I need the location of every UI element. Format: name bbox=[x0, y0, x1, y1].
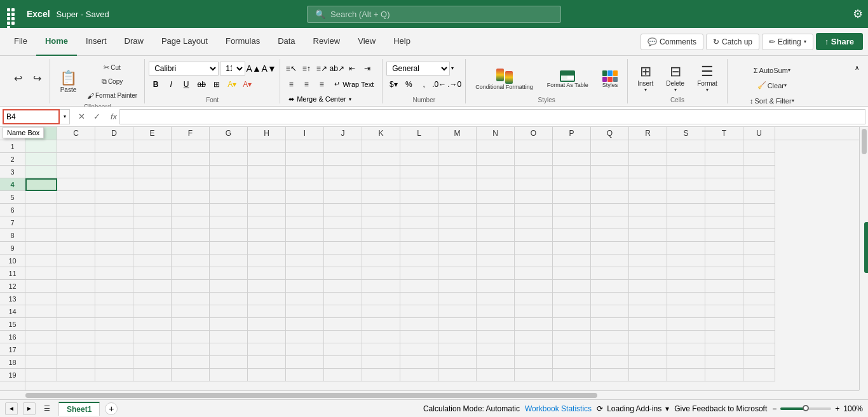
cell-m2[interactable] bbox=[438, 153, 477, 166]
indent-increase-button[interactable]: ⇥ bbox=[360, 62, 374, 76]
increase-font-button[interactable]: A▲ bbox=[247, 62, 261, 76]
tab-draw[interactable]: Draw bbox=[116, 28, 153, 56]
cell-c3[interactable] bbox=[57, 166, 95, 178]
row-num-15[interactable]: 15 bbox=[0, 318, 25, 331]
col-header-p[interactable]: P bbox=[553, 127, 591, 140]
increase-decimal-button[interactable]: .→0 bbox=[447, 77, 461, 91]
cell-d4[interactable] bbox=[95, 178, 133, 191]
cell-j4[interactable] bbox=[324, 178, 362, 191]
redo-button[interactable]: ↪ bbox=[28, 70, 46, 87]
tab-formulas[interactable]: Formulas bbox=[217, 28, 269, 56]
cell-b1[interactable] bbox=[25, 140, 57, 153]
cell-n2[interactable] bbox=[477, 153, 515, 166]
strikethrough-button[interactable]: ab bbox=[194, 77, 208, 91]
sheet-list-button[interactable]: ☰ bbox=[41, 402, 53, 415]
cell-u3[interactable] bbox=[743, 166, 775, 178]
cell-m3[interactable] bbox=[438, 166, 477, 178]
sort-filter-button[interactable]: ↕ Sort & Filter ▾ bbox=[742, 95, 802, 107]
col-header-u[interactable]: U bbox=[743, 127, 775, 140]
add-sheet-button[interactable]: + bbox=[105, 402, 118, 415]
col-header-f[interactable]: F bbox=[172, 127, 210, 140]
indent-decrease-button[interactable]: ⇤ bbox=[345, 62, 359, 76]
cell-n4[interactable] bbox=[477, 178, 515, 191]
cell-f1[interactable] bbox=[172, 140, 210, 153]
formula-input[interactable] bbox=[119, 109, 865, 124]
catchup-button[interactable]: ↻ Catch up bbox=[706, 34, 759, 50]
cell-h4[interactable] bbox=[248, 178, 286, 191]
confirm-formula-button[interactable]: ✓ bbox=[90, 110, 103, 123]
align-center-button[interactable]: ≡ bbox=[299, 77, 313, 91]
merge-center-button[interactable]: ⬌ Merge & Center ▾ bbox=[284, 93, 378, 105]
row-num-7[interactable]: 7 bbox=[0, 216, 25, 229]
search-input[interactable] bbox=[330, 10, 553, 19]
delete-button[interactable]: ⊟ Delete ▾ bbox=[660, 62, 690, 95]
col-header-j[interactable]: J bbox=[324, 127, 362, 140]
cell-o3[interactable] bbox=[515, 166, 553, 178]
col-header-n[interactable]: N bbox=[477, 127, 515, 140]
cell-t3[interactable] bbox=[705, 166, 743, 178]
number-format-dropdown[interactable]: ▾ bbox=[451, 65, 454, 71]
cell-t1[interactable] bbox=[705, 140, 743, 153]
cell-o4[interactable] bbox=[515, 178, 553, 191]
row-num-1[interactable]: 1 bbox=[0, 140, 25, 153]
orientation-button[interactable]: ab↗ bbox=[330, 62, 344, 76]
col-header-m[interactable]: M bbox=[438, 127, 477, 140]
align-left-button[interactable]: ≡ bbox=[284, 77, 298, 91]
tab-home[interactable]: Home bbox=[36, 28, 77, 56]
cell-e2[interactable] bbox=[133, 153, 172, 166]
currency-button[interactable]: $▾ bbox=[386, 77, 400, 91]
col-header-l[interactable]: L bbox=[400, 127, 438, 140]
cell-q1[interactable] bbox=[591, 140, 629, 153]
row-num-10[interactable]: 10 bbox=[0, 255, 25, 267]
comments-button[interactable]: 💬 Comments bbox=[641, 34, 703, 50]
cell-p3[interactable] bbox=[553, 166, 591, 178]
cell-j2[interactable] bbox=[324, 153, 362, 166]
row-num-13[interactable]: 13 bbox=[0, 293, 25, 305]
h-scroll-thumb[interactable] bbox=[25, 393, 597, 398]
number-format-select[interactable]: General bbox=[386, 62, 450, 76]
tab-help[interactable]: Help bbox=[384, 28, 419, 56]
row-num-6[interactable]: 6 bbox=[0, 204, 25, 216]
cell-p1[interactable] bbox=[553, 140, 591, 153]
cell-q3[interactable] bbox=[591, 166, 629, 178]
row-num-4[interactable]: 4 bbox=[0, 178, 25, 191]
cell-l4[interactable] bbox=[400, 178, 438, 191]
row-num-3[interactable]: 3 bbox=[0, 166, 25, 178]
cell-i3[interactable] bbox=[286, 166, 324, 178]
cell-r1[interactable] bbox=[629, 140, 667, 153]
row-num-9[interactable]: 9 bbox=[0, 242, 25, 255]
name-box-input[interactable] bbox=[3, 109, 60, 124]
cancel-formula-button[interactable]: ✕ bbox=[75, 110, 88, 123]
cell-n1[interactable] bbox=[477, 140, 515, 153]
cell-g1[interactable] bbox=[210, 140, 248, 153]
col-header-d[interactable]: D bbox=[95, 127, 133, 140]
cell-d2[interactable] bbox=[95, 153, 133, 166]
align-top-center-button[interactable]: ≡↑ bbox=[299, 62, 313, 76]
cell-r2[interactable] bbox=[629, 153, 667, 166]
percent-button[interactable]: % bbox=[402, 77, 416, 91]
zoom-thumb[interactable] bbox=[803, 405, 809, 411]
cell-p4[interactable] bbox=[553, 178, 591, 191]
format-as-table-button[interactable]: Format As Table bbox=[541, 65, 594, 93]
cell-b3[interactable] bbox=[25, 166, 57, 178]
row-num-17[interactable]: 17 bbox=[0, 343, 25, 356]
cell-g3[interactable] bbox=[210, 166, 248, 178]
search-bar[interactable]: 🔍 bbox=[307, 6, 561, 23]
cell-f3[interactable] bbox=[172, 166, 210, 178]
share-button[interactable]: ↑ Share bbox=[816, 33, 863, 50]
loading-dropdown-arrow[interactable]: ▾ bbox=[665, 404, 669, 413]
sheet-nav-prev-button[interactable]: ◄ bbox=[5, 402, 18, 415]
insert-button[interactable]: ⊞ Insert ▾ bbox=[632, 62, 659, 95]
decrease-decimal-button[interactable]: .0← bbox=[432, 77, 446, 91]
cell-e3[interactable] bbox=[133, 166, 172, 178]
col-header-r[interactable]: R bbox=[629, 127, 667, 140]
cell-r4[interactable] bbox=[629, 178, 667, 191]
col-header-q[interactable]: Q bbox=[591, 127, 629, 140]
cell-j1[interactable] bbox=[324, 140, 362, 153]
collapse-ribbon-button[interactable]: ∧ bbox=[850, 61, 863, 74]
col-header-t[interactable]: T bbox=[705, 127, 743, 140]
zoom-out-button[interactable]: − bbox=[772, 404, 776, 413]
cell-g4[interactable] bbox=[210, 178, 248, 191]
cell-u4[interactable] bbox=[743, 178, 775, 191]
cell-s2[interactable] bbox=[667, 153, 705, 166]
